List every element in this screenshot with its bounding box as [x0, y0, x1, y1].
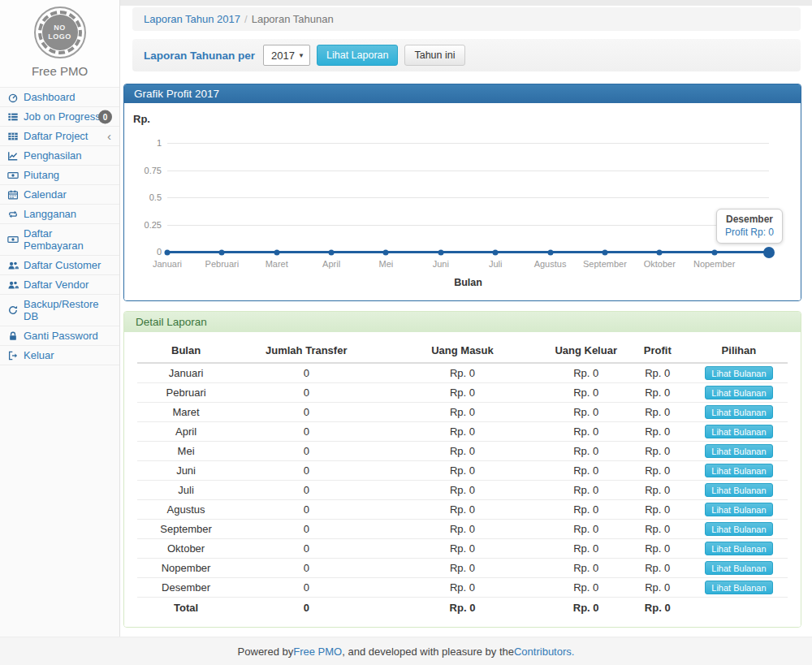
breadcrumb-current: Laporan Tahunan	[252, 13, 334, 25]
sidebar-item-keluar[interactable]: Keluar	[0, 346, 119, 365]
table-row: Agustus0Rp. 0Rp. 0Rp. 0Lihat Bulanan	[137, 500, 788, 520]
cell-pilihan: Lihat Bulanan	[690, 383, 788, 403]
lihat-bulanan-button[interactable]: Lihat Bulanan	[705, 483, 772, 497]
lihat-bulanan-button[interactable]: Lihat Bulanan	[705, 581, 772, 594]
table-row: Juni0Rp. 0Rp. 0Rp. 0Lihat Bulanan	[137, 461, 788, 481]
users-icon	[7, 260, 19, 271]
no-logo-badge-icon: NO LOGO	[34, 6, 86, 58]
sidebar-item-label: Daftar Pembayaran	[24, 227, 113, 252]
cell-bulan: Mei	[137, 442, 235, 461]
tahun-ini-button[interactable]: Tahun ini	[404, 45, 464, 66]
sidebar-item-backup-restore-db[interactable]: Backup/Restore DB	[0, 295, 119, 326]
sidebar-item-daftar-project[interactable]: Daftar Project‹	[0, 127, 119, 146]
count-badge: 0	[98, 110, 112, 123]
sidebar-item-dashboard[interactable]: Dashboard	[0, 88, 119, 107]
table-row: Mei0Rp. 0Rp. 0Rp. 0Lihat Bulanan	[137, 442, 788, 461]
column-header-jumlah-transfer: Jumlah Transfer	[235, 340, 378, 363]
table-row: Desember0Rp. 0Rp. 0Rp. 0Lihat Bulanan	[137, 578, 788, 598]
logo-text-line1: NO	[54, 24, 66, 32]
cell-uang-keluar: Rp. 0	[547, 539, 625, 559]
lihat-bulanan-button[interactable]: Lihat Bulanan	[705, 503, 772, 516]
x-tick-label: Maret	[266, 259, 288, 269]
cell-uang-keluar: Rp. 0	[547, 520, 625, 539]
cell-bulan: Desember	[137, 578, 235, 598]
chart-point-active[interactable]	[763, 247, 775, 258]
x-tick-label: September	[583, 259, 627, 269]
y-tick-label: 1	[124, 138, 162, 148]
lihat-bulanan-button[interactable]: Lihat Bulanan	[705, 561, 772, 575]
cell-uang-masuk: Rp. 0	[378, 539, 546, 559]
sidebar-item-daftar-customer[interactable]: Daftar Customer	[0, 256, 119, 275]
lihat-bulanan-button[interactable]: Lihat Bulanan	[705, 425, 772, 438]
lihat-bulanan-button[interactable]: Lihat Bulanan	[705, 542, 772, 555]
cell-profit: Rp. 0	[625, 363, 690, 383]
footer-brand-link[interactable]: Free PMO	[293, 646, 342, 658]
profit-chart-panel: Grafik Profit 2017 Rp. 10.750.50.250 Des…	[123, 84, 801, 301]
chart-point[interactable]	[657, 249, 663, 255]
sidebar-item-penghasilan[interactable]: Penghasilan	[0, 146, 119, 166]
cell-pilihan: Lihat Bulanan	[690, 481, 788, 500]
cell-uang-masuk: Rp. 0	[378, 422, 546, 442]
sidebar-item-daftar-vendor[interactable]: Daftar Vendor	[0, 275, 119, 295]
y-tick-label: 0	[124, 247, 162, 257]
lihat-laporan-button[interactable]: Lihat Laporan	[317, 45, 398, 66]
year-select[interactable]: 2017 ▼	[263, 45, 310, 66]
sidebar-item-langganan[interactable]: Langganan	[0, 205, 119, 224]
sidebar-item-piutang[interactable]: Piutang	[0, 166, 119, 185]
lihat-bulanan-button[interactable]: Lihat Bulanan	[705, 464, 772, 477]
cell-bulan: Juni	[137, 461, 235, 481]
cell-bulan: September	[137, 520, 235, 539]
cell-profit: Rp. 0	[625, 403, 690, 422]
chart-point[interactable]	[493, 249, 499, 255]
y-tick-label: 0.5	[124, 192, 162, 202]
sidebar-item-label: Calendar	[24, 188, 67, 201]
table-row: Pebruari0Rp. 0Rp. 0Rp. 0Lihat Bulanan	[137, 383, 788, 403]
cell-jumlah-transfer: 0	[235, 481, 378, 500]
cell-bulan: Oktober	[137, 539, 235, 559]
chart-point[interactable]	[219, 249, 225, 255]
chart-point[interactable]	[602, 249, 607, 255]
footer-text-prefix: Powered by	[238, 646, 294, 658]
cell-jumlah-transfer: 0	[235, 422, 378, 442]
chart-point[interactable]	[383, 249, 389, 255]
chart-point[interactable]	[165, 249, 171, 255]
column-header-uang-masuk: Uang Masuk	[378, 340, 546, 363]
cell-jumlah-transfer: 0	[235, 578, 378, 598]
total-jumlah-transfer: 0	[235, 598, 378, 617]
chart-point[interactable]	[274, 249, 279, 255]
lock-icon	[7, 330, 19, 342]
lihat-bulanan-button[interactable]: Lihat Bulanan	[705, 444, 772, 458]
column-header-pilihan: Pilihan	[690, 340, 788, 363]
footer-text-middle: , and developed with pleasure by the	[342, 646, 514, 658]
x-tick-label: Januari	[153, 259, 182, 269]
cell-jumlah-transfer: 0	[235, 442, 378, 461]
breadcrumb-link[interactable]: Laporan Tahun 2017	[144, 13, 240, 25]
chart-point[interactable]	[547, 249, 553, 255]
footer-contributors-link[interactable]: Contributors.	[514, 646, 574, 658]
chart-tooltip: Desember Profit Rp: 0	[716, 209, 783, 244]
lihat-bulanan-button[interactable]: Lihat Bulanan	[705, 366, 772, 380]
chart-point[interactable]	[438, 249, 443, 255]
lihat-bulanan-button[interactable]: Lihat Bulanan	[705, 522, 772, 536]
gridline	[167, 225, 769, 226]
cell-bulan: Pebruari	[137, 383, 235, 403]
chart-point[interactable]	[329, 249, 335, 255]
chart-point[interactable]	[711, 249, 717, 255]
top-band	[120, 0, 812, 6]
column-header-profit: Profit	[625, 340, 690, 363]
calendar-icon	[7, 189, 19, 201]
chevron-left-icon: ‹	[107, 130, 111, 142]
column-header-bulan: Bulan	[137, 340, 235, 363]
sidebar-item-job-on-progress[interactable]: Job on Progress0	[0, 107, 119, 127]
sidebar-item-label: Langganan	[24, 208, 76, 220]
page-footer: Powered by Free PMO , and developed with…	[0, 637, 812, 665]
lihat-bulanan-button[interactable]: Lihat Bulanan	[705, 386, 772, 399]
total-uang-keluar: Rp. 0	[547, 598, 625, 617]
sidebar-item-calendar[interactable]: Calendar	[0, 185, 119, 205]
sidebar-item-ganti-password[interactable]: Ganti Password	[0, 326, 119, 346]
cell-profit: Rp. 0	[625, 578, 690, 598]
lihat-bulanan-button[interactable]: Lihat Bulanan	[705, 405, 772, 419]
sidebar-item-daftar-pembayaran[interactable]: Daftar Pembayaran	[0, 224, 119, 256]
total-uang-masuk: Rp. 0	[378, 598, 546, 617]
main-content: Laporan Tahun 2017/Laporan Tahunan Lapor…	[120, 0, 812, 637]
